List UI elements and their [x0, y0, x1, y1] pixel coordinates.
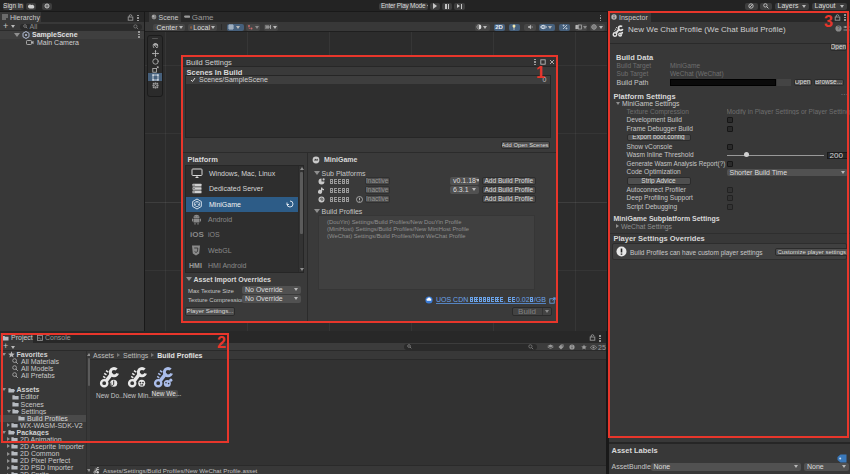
svg-text:?: ?: [837, 26, 840, 31]
